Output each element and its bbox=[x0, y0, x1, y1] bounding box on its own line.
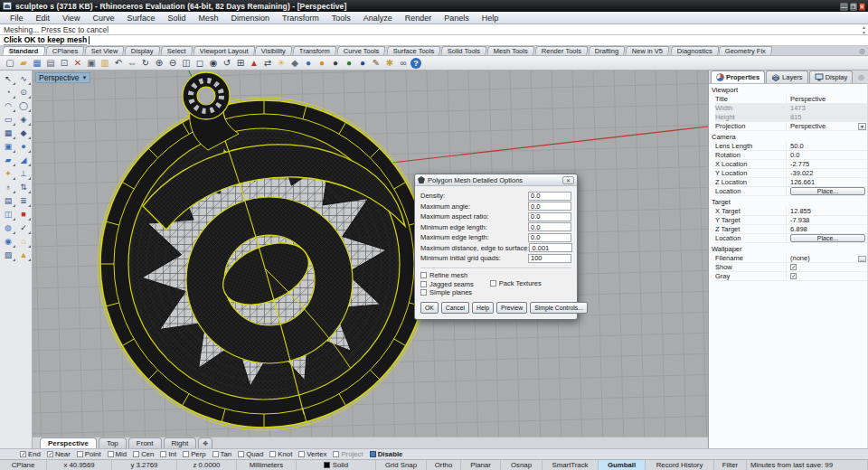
toolbar-tab-geometry-fix[interactable]: Geometry Fix bbox=[719, 46, 773, 55]
ghosted-mode-icon[interactable]: ● bbox=[343, 57, 355, 70]
osnap-mid[interactable]: Mid bbox=[108, 450, 127, 458]
menu-item-panels[interactable]: Panels bbox=[438, 12, 476, 24]
toolbar-tab-surface-tools[interactable]: Surface Tools bbox=[386, 46, 441, 55]
status-planar[interactable]: Planar bbox=[461, 460, 501, 470]
toolbar-tab-visibility[interactable]: Visibility bbox=[255, 46, 293, 55]
osnap-project[interactable]: Project bbox=[333, 450, 363, 458]
open-file-icon[interactable]: ▰ bbox=[17, 57, 30, 70]
notes-icon[interactable]: ✎ bbox=[370, 57, 382, 70]
help-icon[interactable]: ? bbox=[410, 58, 421, 69]
checkbox-jagged-seams[interactable]: Jagged seams bbox=[420, 280, 474, 288]
osnap-disable[interactable]: Disable bbox=[370, 450, 403, 458]
link-icon[interactable]: ∞ bbox=[397, 57, 410, 70]
place-button[interactable]: Place... bbox=[790, 234, 865, 242]
status-minutes-from-last-save-99[interactable]: Minutes from last save: 99 bbox=[747, 460, 868, 470]
status-osnap[interactable]: Osnap bbox=[501, 460, 542, 470]
osnap-end[interactable]: End bbox=[20, 450, 41, 458]
status-y-3-2769[interactable]: y 3.2769 bbox=[112, 460, 177, 470]
checkbox-box[interactable] bbox=[790, 264, 797, 270]
property-value[interactable]: (none)... bbox=[786, 254, 867, 262]
restore-button[interactable]: ❐ bbox=[850, 3, 857, 11]
new-file-icon[interactable]: ▢ bbox=[4, 57, 16, 70]
cancel-button[interactable]: Cancel bbox=[441, 302, 469, 314]
checkbox-simple-planes[interactable]: Simple planes bbox=[420, 289, 474, 297]
osnap-checkbox[interactable] bbox=[77, 451, 83, 457]
dumbbell-icon[interactable]: ■ bbox=[16, 208, 32, 221]
rectangle-icon[interactable]: ▭ bbox=[1, 113, 16, 127]
property-value[interactable]: Place... bbox=[786, 234, 867, 242]
command-prompt-line[interactable]: Click OK to keep mesh bbox=[0, 35, 868, 46]
pan-icon[interactable]: ⇔ bbox=[126, 57, 138, 70]
osnap-perp[interactable]: Perp bbox=[183, 450, 205, 458]
toolbar-options-icon[interactable]: ◎ bbox=[859, 47, 865, 55]
render-mesh-icon[interactable]: ▲ bbox=[16, 249, 32, 262]
sphere-icon[interactable]: ● bbox=[16, 140, 32, 154]
property-value[interactable]: Perspective▼ bbox=[786, 122, 867, 130]
paint-icon[interactable]: ◍ bbox=[1, 221, 16, 235]
ellipse-icon[interactable]: ◯ bbox=[16, 99, 32, 113]
cylinder-icon[interactable]: ▰ bbox=[1, 154, 16, 167]
osnap-checkbox[interactable] bbox=[133, 451, 139, 457]
checkbox-box[interactable] bbox=[420, 289, 427, 296]
dialog-field-input-minimum-edge-length[interactable] bbox=[528, 222, 571, 231]
toolbar-tab-select[interactable]: Select bbox=[160, 46, 193, 55]
status-filter[interactable]: Filter bbox=[714, 460, 747, 470]
osnap-checkbox[interactable] bbox=[20, 451, 26, 457]
menu-item-mesh[interactable]: Mesh bbox=[192, 12, 224, 24]
checkbox-box[interactable] bbox=[420, 272, 427, 278]
property-value[interactable]: 50.0 bbox=[786, 142, 867, 150]
status-ortho[interactable]: Ortho bbox=[427, 460, 461, 470]
osnap-checkbox[interactable] bbox=[108, 451, 114, 457]
panel-tab-display[interactable]: Display bbox=[809, 70, 854, 83]
dialog-field-input-maximum-angle[interactable] bbox=[528, 202, 571, 211]
osnap-quad[interactable]: Quad bbox=[238, 450, 263, 458]
mesh-icon[interactable]: ▨ bbox=[1, 249, 16, 262]
osnap-checkbox[interactable] bbox=[333, 451, 339, 457]
menu-item-edit[interactable]: Edit bbox=[30, 12, 57, 24]
curve-tools-icon[interactable]: ♁ bbox=[1, 181, 16, 194]
options-icon[interactable]: ✱ bbox=[383, 57, 396, 70]
zoom-extents-icon[interactable]: ◻ bbox=[193, 57, 206, 70]
panel-tab-layers[interactable]: Layers bbox=[766, 70, 808, 83]
toolbar-tab-mesh-tools[interactable]: Mesh Tools bbox=[487, 46, 535, 55]
menu-item-dimension[interactable]: Dimension bbox=[224, 12, 276, 24]
menu-item-tools[interactable]: Tools bbox=[326, 12, 357, 24]
zoom-selected-icon[interactable]: ◉ bbox=[207, 57, 220, 70]
status-cplane[interactable]: CPlane bbox=[0, 460, 47, 470]
delete-icon[interactable]: ✕ bbox=[71, 57, 84, 70]
dialog-field-input-maximum-distance-edge-to-surface[interactable] bbox=[529, 243, 572, 252]
toolbar-tab-curve-tools[interactable]: Curve Tools bbox=[337, 46, 387, 55]
block-icon[interactable]: ≣ bbox=[16, 194, 32, 208]
menu-item-help[interactable]: Help bbox=[476, 12, 505, 24]
duplicate-icon[interactable]: ▣ bbox=[85, 57, 98, 70]
shaded-mode-icon[interactable]: ● bbox=[329, 57, 342, 70]
render-preview-icon[interactable]: ● bbox=[316, 57, 328, 70]
osnap-point[interactable]: Point bbox=[77, 450, 101, 458]
cplane-icon[interactable]: ▲ bbox=[248, 57, 260, 70]
extrude-icon[interactable]: ◢ bbox=[16, 154, 32, 167]
toolbar-tab-diagnostics[interactable]: Diagnostics bbox=[670, 46, 719, 55]
circle-icon[interactable]: ⊙ bbox=[16, 86, 32, 99]
move-icon[interactable]: ⇄ bbox=[261, 57, 274, 70]
rendered-mode-icon[interactable]: ● bbox=[356, 57, 369, 70]
browse-button[interactable]: ... bbox=[858, 256, 866, 262]
menu-item-surface[interactable]: Surface bbox=[120, 12, 161, 24]
viewport-tab-right[interactable]: Right bbox=[164, 437, 197, 448]
lamp-icon[interactable]: ☀ bbox=[275, 57, 288, 70]
status-gumball[interactable]: Gumball bbox=[599, 460, 646, 470]
property-value[interactable]: Perspective bbox=[786, 95, 867, 103]
property-value[interactable]: -39.022 bbox=[786, 169, 867, 177]
viewport-menu-arrow-icon[interactable]: ▼ bbox=[81, 75, 87, 80]
toolbar-tab-standard[interactable]: Standard bbox=[2, 46, 45, 55]
property-value[interactable]: -2.775 bbox=[786, 160, 867, 168]
menu-item-solid[interactable]: Solid bbox=[161, 12, 192, 24]
grid-icon[interactable]: ⊞ bbox=[234, 57, 247, 70]
status-z-0-0000[interactable]: z 0.0000 bbox=[177, 460, 237, 470]
menu-item-view[interactable]: View bbox=[56, 12, 86, 24]
property-value[interactable] bbox=[786, 272, 867, 280]
undo-view-icon[interactable]: ↺ bbox=[221, 57, 233, 70]
polygon-icon[interactable]: ◈ bbox=[16, 113, 32, 127]
minimize-button[interactable]: — bbox=[840, 3, 848, 11]
scale-icon[interactable]: ⇅ bbox=[16, 181, 32, 194]
osnap-checkbox[interactable] bbox=[47, 451, 53, 457]
